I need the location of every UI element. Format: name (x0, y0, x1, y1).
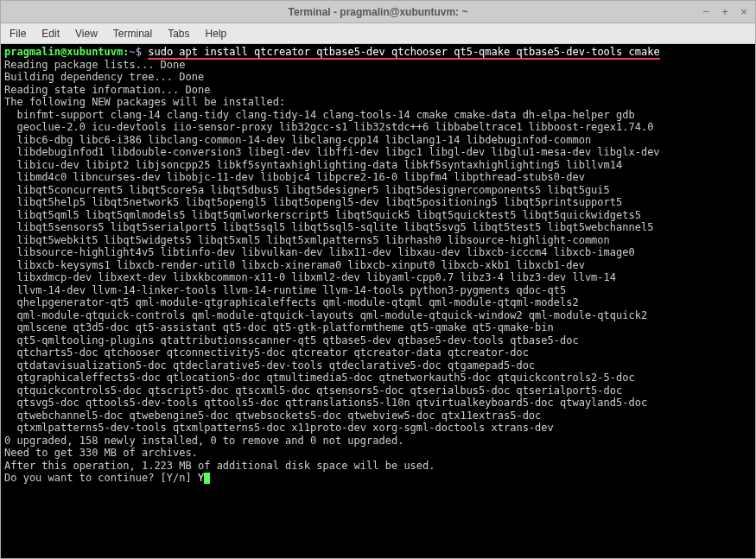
titlebar[interactable]: Terminal - pragmalin@xubuntuvm: ~ − + × (1, 1, 755, 23)
continue-answer: Y (198, 472, 204, 484)
maximize-button[interactable]: + (719, 5, 731, 18)
menu-terminal[interactable]: Terminal (113, 28, 152, 40)
continue-prompt: Do you want to continue? [Y/n] (4, 472, 198, 484)
menu-help[interactable]: Help (206, 28, 227, 40)
prompt-symbol: $ (136, 46, 142, 58)
apt-output: Reading package lists... Done Building d… (4, 59, 752, 473)
terminal-window: Terminal - pragmalin@xubuntuvm: ~ − + × … (0, 0, 756, 559)
terminal-cursor (204, 473, 210, 484)
menubar: File Edit View Terminal Tabs Help (1, 23, 755, 44)
menu-file[interactable]: File (10, 28, 26, 40)
menu-view[interactable]: View (75, 28, 98, 40)
terminal-output[interactable]: pragmalin@xubuntuvm:~$ sudo apt install … (1, 44, 755, 558)
menu-tabs[interactable]: Tabs (168, 28, 189, 40)
close-button[interactable]: × (738, 5, 750, 18)
minimize-button[interactable]: − (700, 5, 712, 18)
menu-edit[interactable]: Edit (41, 28, 60, 40)
prompt-path: ~ (130, 46, 136, 58)
prompt-separator: : (123, 46, 129, 58)
window-title: Terminal - pragmalin@xubuntuvm: ~ (289, 6, 468, 18)
command-text: sudo apt install qtcreator qtbase5-dev q… (148, 46, 659, 60)
window-controls: − + × (700, 5, 750, 18)
prompt-user-host: pragmalin@xubuntuvm (4, 46, 123, 58)
